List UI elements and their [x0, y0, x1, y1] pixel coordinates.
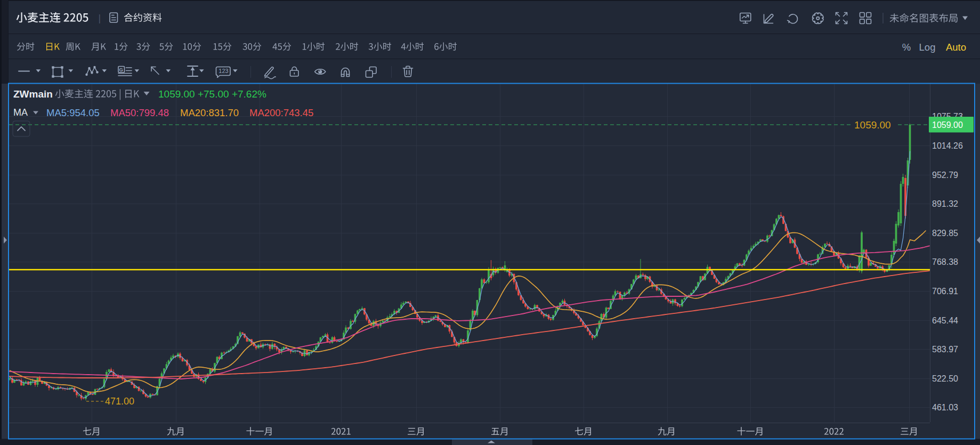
svg-text:952.79: 952.79: [932, 171, 958, 180]
svg-text:706.91: 706.91: [932, 287, 958, 296]
svg-text:123: 123: [218, 68, 228, 74]
svg-text:Auto: Auto: [946, 42, 966, 53]
svg-text:MA200:743.45: MA200:743.45: [249, 107, 313, 118]
svg-text:G: G: [119, 67, 123, 72]
svg-text:768.38: 768.38: [932, 257, 958, 266]
svg-text:583.97: 583.97: [932, 345, 958, 354]
svg-text:MA5:954.05: MA5:954.05: [46, 107, 100, 118]
svg-text:471.00: 471.00: [105, 396, 134, 407]
svg-text:Log: Log: [919, 42, 936, 53]
svg-text:1059.00 +75.00 +7.62%: 1059.00 +75.00 +7.62%: [158, 88, 266, 100]
svg-text:522.50: 522.50: [932, 374, 958, 383]
svg-text:1059.00: 1059.00: [932, 120, 963, 130]
svg-text:1059.00: 1059.00: [854, 119, 891, 131]
svg-text:461.03: 461.03: [932, 403, 958, 412]
svg-text:1014.26: 1014.26: [932, 141, 963, 150]
svg-text:MA50:799.48: MA50:799.48: [110, 107, 169, 118]
svg-text:%: %: [902, 42, 911, 53]
svg-text:MA: MA: [13, 107, 28, 118]
svg-text:MA20:831.70: MA20:831.70: [180, 107, 239, 118]
svg-text:645.44: 645.44: [932, 316, 958, 325]
svg-text:891.32: 891.32: [932, 199, 958, 208]
svg-text:829.85: 829.85: [932, 229, 958, 238]
svg-text:|: |: [99, 13, 101, 23]
svg-text:ZWmain: ZWmain: [13, 88, 53, 100]
